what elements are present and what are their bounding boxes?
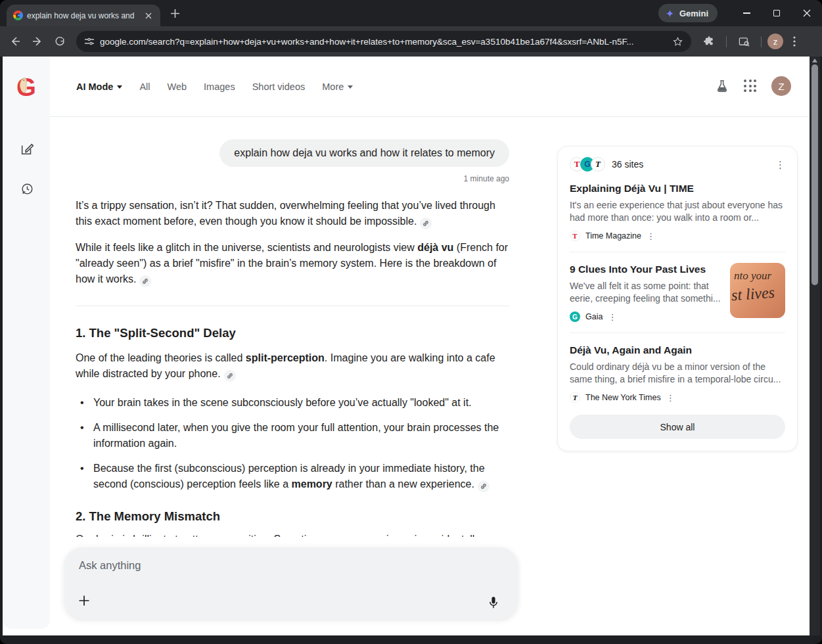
- scrollbar-up-arrow[interactable]: [812, 58, 817, 62]
- sources-panel: T G T 36 sites ⋮ Explaining Déjà Vu | TI…: [557, 146, 798, 451]
- reading-mode-icon[interactable]: [733, 30, 755, 53]
- card-kebab-icon[interactable]: ⋮: [647, 232, 655, 241]
- time-mini-favicon: T: [570, 231, 580, 241]
- account-avatar[interactable]: Z: [771, 76, 791, 96]
- gaia-mini-favicon: G: [570, 311, 580, 322]
- card-divider: [570, 333, 785, 333]
- sources-header: T G T 36 sites ⋮: [570, 157, 785, 172]
- sites-count: 36 sites: [612, 159, 643, 170]
- google-apps-grid-icon[interactable]: [744, 80, 757, 93]
- tab-all[interactable]: All: [139, 81, 150, 92]
- card-kebab-icon[interactable]: ⋮: [608, 313, 616, 321]
- search-mode-tabs: AI Mode All Web Images Short videos More: [76, 81, 353, 92]
- conversation: explain how deja vu works and how it rel…: [76, 139, 509, 537]
- page-scrollbar: [810, 57, 820, 635]
- favicon-stack: T G T: [570, 157, 605, 172]
- site-settings-icon[interactable]: [84, 36, 95, 47]
- forward-button[interactable]: [26, 30, 49, 53]
- tab-images[interactable]: Images: [204, 81, 235, 92]
- left-rail: G: [3, 57, 50, 629]
- tab-ai-mode[interactable]: AI Mode: [76, 81, 122, 92]
- back-button[interactable]: [4, 30, 26, 53]
- source-card[interactable]: Explaining Déjà Vu | TIME It's an eerie …: [570, 182, 785, 241]
- window-controls: [731, 0, 822, 26]
- close-button[interactable]: [792, 0, 822, 26]
- tab-strip: explain how deja vu works and Gemini: [0, 0, 822, 26]
- panel-kebab-icon[interactable]: ⋮: [775, 160, 785, 170]
- google-favicon-icon: [13, 11, 23, 20]
- tab-more[interactable]: More: [322, 81, 353, 92]
- refresh-button[interactable]: [49, 30, 71, 53]
- citation-link-icon[interactable]: [224, 370, 236, 382]
- ask-input[interactable]: [79, 559, 407, 572]
- citation-link-icon[interactable]: [420, 218, 432, 229]
- answer-paragraph: One of the leading theories is called sp…: [76, 350, 509, 382]
- profile-avatar[interactable]: z: [767, 34, 783, 49]
- minimize-button[interactable]: [731, 0, 762, 26]
- list-item: •A millisecond later, when you give the …: [76, 420, 509, 451]
- browser-toolbar: google.com/search?q=explain+how+deja+vu+…: [0, 26, 822, 57]
- labs-flask-icon[interactable]: [715, 79, 729, 93]
- card-divider: [570, 252, 785, 252]
- google-doodle-logo[interactable]: G: [12, 72, 41, 101]
- tab-close-icon[interactable]: [143, 11, 154, 21]
- maximize-button[interactable]: [762, 0, 792, 26]
- toolbar-right: z: [698, 30, 803, 53]
- source-card[interactable]: Déjà Vu, Again and Again Could ordinary …: [570, 344, 785, 403]
- url-text: google.com/search?q=explain+how+deja+vu+…: [100, 37, 667, 47]
- new-tab-button[interactable]: [170, 8, 181, 19]
- header-divider: [50, 116, 810, 117]
- toolbar-separator: [726, 36, 727, 47]
- scrollbar-thumb[interactable]: [811, 64, 818, 285]
- citation-link-icon[interactable]: [478, 480, 490, 492]
- gemini-button[interactable]: Gemini: [658, 4, 718, 22]
- ask-anything-box[interactable]: [64, 547, 518, 619]
- article-thumbnail[interactable]: nto your st lives: [730, 263, 785, 318]
- page-header-icons: Z: [715, 76, 791, 96]
- chevron-down-icon: [117, 85, 122, 89]
- nyt-mini-favicon: T: [570, 392, 580, 403]
- address-bar[interactable]: google.com/search?q=explain+how+deja+vu+…: [76, 31, 691, 52]
- gemini-sparkle-icon: [665, 9, 675, 18]
- microphone-icon[interactable]: [486, 595, 501, 610]
- clipped-paragraph: Our brain is brilliant at pattern recogn…: [76, 532, 509, 537]
- nyt-favicon: T: [591, 157, 605, 172]
- answer-paragraph: While it feels like a glitch in the univ…: [76, 240, 509, 287]
- answer-paragraph: It’s a trippy sensation, isn’t it? That …: [76, 198, 509, 229]
- tab-title: explain how deja vu works and: [27, 11, 138, 20]
- bookmark-star-icon[interactable]: [672, 36, 683, 47]
- browser-tab[interactable]: explain how deja vu works and: [7, 5, 160, 26]
- section-heading: 1. The "Split-Second" Delay: [76, 326, 509, 340]
- show-all-button[interactable]: Show all: [570, 415, 785, 439]
- toolbar-separator: [761, 36, 762, 47]
- menu-kebab-icon[interactable]: [786, 30, 803, 53]
- user-query-bubble[interactable]: explain how deja vu works and how it rel…: [219, 139, 509, 167]
- tab-short-videos[interactable]: Short videos: [252, 81, 306, 92]
- chevron-down-icon: [348, 85, 353, 89]
- query-timestamp: 1 minute ago: [76, 174, 509, 183]
- section-divider: [76, 306, 509, 306]
- extensions-icon[interactable]: [698, 30, 720, 53]
- list-item: •Your brain takes in the scene subconsci…: [76, 395, 509, 411]
- source-card[interactable]: 9 Clues Into Your Past Lives We've all f…: [570, 263, 785, 322]
- card-kebab-icon[interactable]: ⋮: [666, 394, 675, 402]
- browser-window: explain how deja vu works and Gemini: [0, 0, 822, 644]
- citation-link-icon[interactable]: [139, 275, 151, 287]
- new-chat-icon[interactable]: [20, 142, 34, 156]
- page-content: G AI Mode All Web Images Short videos Mo…: [3, 57, 810, 635]
- list-item: •Because the first (subconscious) percep…: [76, 461, 509, 492]
- bullet-list: •Your brain takes in the scene subconsci…: [76, 395, 509, 492]
- section-heading: 2. The Memory Mismatch: [76, 509, 509, 524]
- tab-web[interactable]: Web: [168, 81, 187, 92]
- history-icon[interactable]: [20, 182, 34, 196]
- attach-plus-icon[interactable]: [78, 594, 92, 609]
